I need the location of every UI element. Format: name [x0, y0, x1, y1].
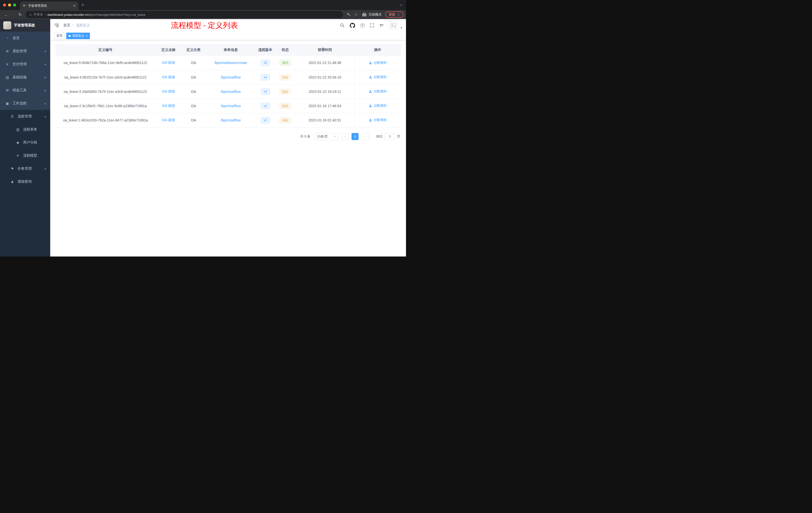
bookmark-star-icon[interactable]: ☆: [354, 12, 357, 17]
window-close-button[interactable]: [3, 3, 6, 6]
sidebar-background: [0, 188, 50, 256]
column-header-name: 定义名称: [155, 44, 181, 56]
form-info-link[interactable]: /bpm/oa/flow: [221, 75, 240, 79]
tab-search-chevron[interactable]: ∨: [400, 3, 406, 7]
incognito-badge: 无痕模式: [362, 12, 382, 17]
hamburger-icon[interactable]: [54, 23, 59, 28]
assign-rule-link[interactable]: 分配规则: [369, 118, 386, 122]
definition-category: OA: [181, 113, 206, 127]
definition-id: oa_leave:4:991f2193-7b7f-11ec-a3c8-acde4…: [55, 70, 155, 84]
workflow-submenu: ☰ 流程管理 ∧ ▥ 流程表单 ☻ 用户分组 ✈ 流程模型: [0, 110, 50, 188]
sidebar-item-task-management[interactable]: ⚑ 任务管理 ∨: [0, 162, 50, 175]
sidebar-item-user-group[interactable]: ☻ 用户分组: [0, 136, 50, 149]
github-icon[interactable]: [350, 23, 355, 28]
sidebar-item-system-management[interactable]: ⚙ 系统管理 ∨: [0, 45, 50, 58]
task-icon: ⚑: [10, 167, 14, 171]
security-label[interactable]: 不安全: [33, 12, 43, 17]
avatar[interactable]: [389, 21, 398, 29]
status-badge: 挂起: [280, 103, 291, 109]
user-icon: [369, 118, 372, 122]
back-button[interactable]: ←: [2, 12, 9, 17]
refresh-button[interactable]: ↻: [17, 12, 24, 17]
sidebar-item-process-model[interactable]: ✈ 流程模型: [0, 149, 50, 162]
search-icon[interactable]: [340, 23, 345, 28]
user-icon: [369, 104, 372, 108]
assign-rule-link[interactable]: 分配规则: [369, 103, 386, 108]
sidebar-item-process-management[interactable]: ☰ 流程管理 ∧: [0, 110, 50, 123]
table-row: oa_leave:1:482ec033-762a-11ec-8477-a2380…: [55, 113, 401, 127]
tab-favicon: [23, 4, 26, 7]
sidebar-item-home[interactable]: ◔ 首页: [0, 32, 50, 45]
definition-name-link[interactable]: OA 请假: [162, 75, 175, 79]
column-header-status: 状态: [275, 44, 295, 56]
deploy-time: 2022-01-22 19:19:11: [295, 84, 354, 99]
status-badge: 挂起: [280, 117, 291, 123]
sidebar-item-workflow[interactable]: ▣ 工作流程 ∧: [0, 97, 50, 110]
tag-process-definition[interactable]: 流程定义 ×: [66, 33, 90, 39]
font-size-icon[interactable]: TT: [380, 23, 383, 28]
table-row: oa_leave:4:991f2193-7b7f-11ec-a3c8-acde4…: [55, 70, 401, 84]
definition-id: oa_leave:5:004b710b-7b8a-11ec-8ef0-acde4…: [55, 56, 155, 70]
column-header-category: 定义分类: [181, 44, 206, 56]
address-bar[interactable]: ⚠ 不安全 dashboard.yudao.iocoder.cn /bpm/ma…: [26, 11, 343, 18]
browser-tab[interactable]: 芋道管理系统 ✕: [20, 1, 78, 10]
tab-close-icon[interactable]: ✕: [73, 4, 76, 8]
annotation-text: 流程模型 - 定义列表: [171, 20, 238, 31]
browser-menu-icon[interactable]: ⋮: [397, 13, 401, 17]
definition-name-link[interactable]: OA 请假: [162, 118, 175, 122]
tab-title: 芋道管理系统: [28, 4, 71, 8]
version-tag: v3: [261, 89, 270, 95]
version-tag: v4: [261, 74, 270, 80]
user-icon: [369, 61, 372, 64]
goto-page-input[interactable]: [385, 133, 395, 140]
password-key-icon[interactable]: [347, 12, 351, 17]
infrastructure-icon: ▤: [5, 75, 9, 79]
definition-id: oa_leave:2:3c1f0ef1-76b1-11ec-9c66-a2380…: [55, 99, 155, 113]
form-info-link[interactable]: /bpm/oa/leave/create: [214, 61, 247, 65]
avatar-dropdown-caret[interactable]: ▾: [401, 26, 402, 29]
sidebar-item-payment-management[interactable]: ¥ 支付管理 ∨: [0, 58, 50, 71]
main-content: 定义编号 定义名称 定义分类 表单信息 流程版本 状态 部署时间 操作 oa_l: [50, 40, 406, 256]
sidebar-item-infrastructure[interactable]: ▤ 基础设施 ∨: [0, 71, 50, 84]
column-header-version: 流程版本: [256, 44, 275, 56]
assign-rule-link[interactable]: 分配规则: [369, 89, 386, 94]
sidebar-item-leave-query[interactable]: ♟ 请假查询: [0, 175, 50, 188]
assign-rule-link[interactable]: 分配规则: [369, 75, 386, 79]
next-page-button[interactable]: ›: [361, 133, 369, 140]
table-row: oa_leave:2:3c1f0ef1-76b1-11ec-9c66-a2380…: [55, 99, 401, 113]
page-size-select[interactable]: 10条/页 ▼: [314, 133, 339, 140]
window-minimize-button[interactable]: [8, 3, 11, 6]
new-tab-button[interactable]: +: [78, 2, 87, 8]
app-logo-row[interactable]: 芋道管理系统: [0, 19, 50, 32]
form-info-link[interactable]: /bpm/oa/flow: [221, 90, 240, 94]
chevron-up-icon: ∧: [45, 115, 46, 118]
chevron-down-icon: ∨: [45, 76, 46, 79]
breadcrumb-home[interactable]: 首页: [63, 23, 70, 28]
form-info-link[interactable]: /bpm/oa/flow: [221, 118, 240, 122]
forward-button[interactable]: →: [9, 12, 17, 17]
window-controls: [0, 3, 20, 6]
assign-rule-link[interactable]: 分配规则: [369, 60, 386, 65]
page-number-button[interactable]: 1: [351, 133, 358, 140]
sidebar-item-process-form[interactable]: ▥ 流程表单: [0, 123, 50, 136]
tag-home[interactable]: 首页: [54, 33, 65, 39]
goto-label: 前往: [376, 134, 383, 139]
deploy-time: 2022-01-16 17:46:53: [295, 99, 354, 113]
update-chip[interactable]: 更新 ⋮: [385, 11, 404, 18]
definition-name-link[interactable]: OA 请假: [162, 60, 175, 64]
form-info-link[interactable]: /bpm/oa/flow: [221, 104, 240, 108]
definition-name-link[interactable]: OA 请假: [162, 104, 175, 108]
prev-page-button[interactable]: ‹: [342, 133, 348, 140]
goto-page-suffix: 页: [397, 134, 401, 139]
sidebar-item-dev-tools[interactable]: ⚒ 研发工具 ∨: [0, 84, 50, 97]
tag-close-icon[interactable]: ×: [86, 34, 88, 37]
breadcrumb: 首页 / 流程定义: [63, 23, 90, 28]
help-icon[interactable]: ?: [360, 23, 365, 28]
browser-window: 芋道管理系统 ✕ + ∨ ← → ↻ ⚠ 不安全 dashboard.yudao…: [0, 0, 406, 256]
fullscreen-icon[interactable]: [370, 23, 374, 28]
definition-name-link[interactable]: OA 请假: [162, 89, 175, 93]
chevron-down-icon: ∨: [45, 50, 46, 53]
window-zoom-button[interactable]: [13, 3, 16, 6]
person-icon: ♟: [10, 180, 14, 184]
table-header-row: 定义编号 定义名称 定义分类 表单信息 流程版本 状态 部署时间 操作: [55, 44, 401, 56]
